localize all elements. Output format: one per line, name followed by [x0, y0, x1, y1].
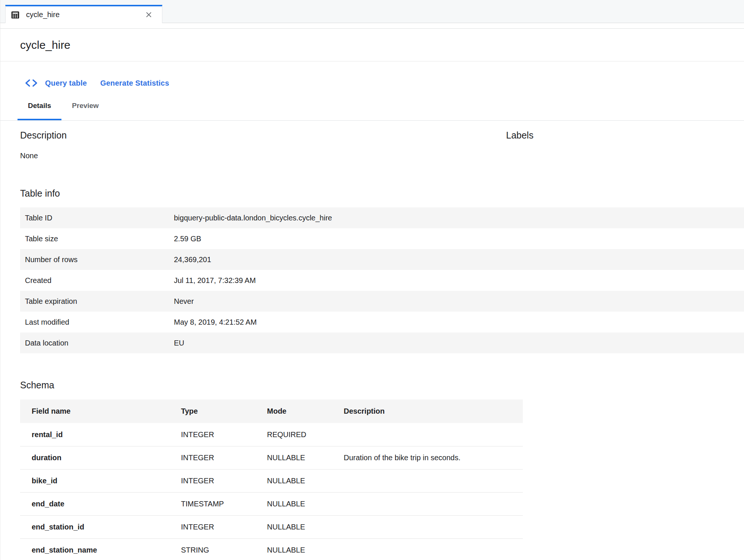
- field-name: rental_id: [20, 430, 181, 439]
- schema-row: end_station_name STRING NULLABLE: [20, 538, 523, 560]
- query-table-label: Query table: [45, 79, 87, 88]
- tab-details[interactable]: Details: [18, 92, 61, 120]
- field-mode: REQUIRED: [267, 430, 344, 439]
- details-content: Description Labels None Table info Table…: [0, 130, 744, 560]
- view-tabs: Details Preview: [0, 92, 744, 121]
- table-row: Table expiration Never: [20, 291, 744, 312]
- field-mode: NULLABLE: [267, 523, 344, 531]
- field-type: INTEGER: [181, 523, 267, 531]
- field-mode: NULLABLE: [267, 500, 344, 508]
- labels-heading: Labels: [506, 130, 534, 141]
- field-type: INTEGER: [181, 430, 267, 439]
- field-type: INTEGER: [181, 454, 267, 462]
- info-value: bigquery-public-data.london_bicycles.cyc…: [174, 214, 332, 222]
- tab-preview[interactable]: Preview: [61, 92, 109, 120]
- field-mode: NULLABLE: [267, 477, 344, 485]
- info-value: Jul 11, 2017, 7:32:39 AM: [174, 276, 256, 285]
- info-label: Table expiration: [20, 297, 174, 306]
- schema-row: end_station_id INTEGER NULLABLE: [20, 515, 523, 538]
- field-type: INTEGER: [181, 477, 267, 485]
- info-value: EU: [174, 339, 184, 347]
- info-label: Number of rows: [20, 255, 174, 264]
- close-icon[interactable]: [145, 11, 153, 19]
- info-value: Never: [174, 297, 194, 306]
- field-mode: NULLABLE: [267, 454, 344, 462]
- col-mode: Mode: [267, 407, 344, 416]
- tab-title: cycle_hire: [26, 10, 60, 19]
- title-bar: cycle_hire: [0, 29, 744, 61]
- table-info-heading: Table info: [20, 188, 744, 199]
- generate-statistics-button[interactable]: Generate Statistics: [100, 79, 169, 88]
- info-label: Table ID: [20, 214, 174, 222]
- description-heading: Description: [20, 130, 744, 141]
- query-table-button[interactable]: Query table: [24, 79, 87, 88]
- table-info-table: Table ID bigquery-public-data.london_bic…: [20, 207, 744, 353]
- table-row: Table ID bigquery-public-data.london_bic…: [20, 207, 744, 228]
- schema-heading: Schema: [20, 379, 744, 391]
- schema-row: rental_id INTEGER REQUIRED: [20, 423, 523, 446]
- description-value: None: [20, 150, 744, 161]
- field-description: Duration of the bike trip in seconds.: [344, 454, 523, 462]
- schema-row: end_date TIMESTAMP NULLABLE: [20, 492, 523, 515]
- schema-table: Field name Type Mode Description rental_…: [20, 400, 523, 560]
- generate-statistics-label: Generate Statistics: [100, 79, 169, 88]
- col-type: Type: [181, 407, 267, 416]
- table-row: Last modified May 8, 2019, 4:21:52 AM: [20, 312, 744, 332]
- info-value: 2.59 GB: [174, 235, 201, 243]
- field-name: duration: [20, 454, 181, 462]
- field-type: TIMESTAMP: [181, 500, 267, 508]
- table-row: Number of rows 24,369,201: [20, 249, 744, 270]
- info-label: Table size: [20, 235, 174, 243]
- table-details-page: cycle_hire cycle_hire Query table Genera…: [0, 0, 744, 560]
- info-value: 24,369,201: [174, 255, 211, 264]
- description-labels-row: Description Labels: [20, 130, 744, 141]
- info-value: May 8, 2019, 4:21:52 AM: [174, 318, 257, 327]
- tabstrip-divider: [0, 23, 744, 29]
- field-name: end_station_id: [20, 523, 181, 531]
- table-row: Created Jul 11, 2017, 7:32:39 AM: [20, 270, 744, 291]
- info-label: Created: [20, 276, 174, 285]
- field-name: end_station_name: [20, 546, 181, 554]
- toolbar: Query table Generate Statistics: [0, 74, 744, 92]
- col-description: Description: [344, 407, 523, 416]
- table-row: Data location EU: [20, 332, 744, 353]
- col-field-name: Field name: [20, 407, 181, 416]
- tab-cycle-hire[interactable]: cycle_hire: [5, 5, 162, 23]
- editor-tab-strip: cycle_hire: [0, 0, 744, 23]
- code-brackets-icon: [24, 79, 38, 88]
- schema-row: duration INTEGER NULLABLE Duration of th…: [20, 446, 523, 469]
- field-type: STRING: [181, 546, 267, 554]
- schema-row: bike_id INTEGER NULLABLE: [20, 469, 523, 492]
- field-mode: NULLABLE: [267, 546, 344, 554]
- page-title: cycle_hire: [20, 39, 70, 51]
- schema-header-row: Field name Type Mode Description: [20, 400, 523, 423]
- info-label: Data location: [20, 339, 174, 347]
- field-name: bike_id: [20, 477, 181, 485]
- table-row: Table size 2.59 GB: [20, 228, 744, 249]
- info-label: Last modified: [20, 318, 174, 327]
- table-grid-icon: [10, 10, 20, 20]
- field-name: end_date: [20, 500, 181, 508]
